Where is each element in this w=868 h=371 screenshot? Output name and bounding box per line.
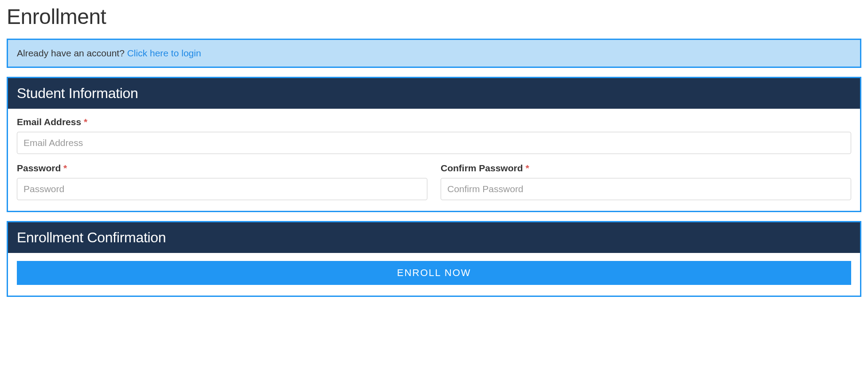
page-title: Enrollment (7, 4, 861, 29)
student-information-panel: Student Information Email Address * Pass… (7, 77, 861, 212)
confirm-password-group: Confirm Password * (441, 163, 851, 200)
enrollment-confirmation-header: Enrollment Confirmation (8, 222, 860, 253)
enrollment-confirmation-body: ENROLL NOW (8, 253, 860, 296)
login-alert: Already have an account? Click here to l… (7, 39, 861, 68)
confirm-password-field[interactable] (441, 178, 851, 200)
required-mark: * (63, 163, 67, 173)
student-information-header: Student Information (8, 78, 860, 109)
enrollment-confirmation-panel: Enrollment Confirmation ENROLL NOW (7, 221, 861, 297)
password-label: Password * (17, 163, 427, 174)
email-label: Email Address * (17, 117, 851, 127)
enroll-now-button[interactable]: ENROLL NOW (17, 261, 851, 285)
student-information-body: Email Address * Password * Confirm Passw… (8, 109, 860, 211)
password-field[interactable] (17, 178, 427, 200)
login-link[interactable]: Click here to login (127, 48, 201, 58)
password-group: Password * (17, 163, 427, 200)
email-label-text: Email Address (17, 117, 84, 127)
login-alert-text: Already have an account? (17, 48, 127, 58)
email-group: Email Address * (17, 117, 851, 154)
required-mark: * (525, 163, 529, 173)
email-field[interactable] (17, 132, 851, 154)
password-label-text: Password (17, 163, 63, 173)
confirm-password-label: Confirm Password * (441, 163, 851, 174)
required-mark: * (84, 117, 87, 127)
confirm-password-label-text: Confirm Password (441, 163, 525, 173)
